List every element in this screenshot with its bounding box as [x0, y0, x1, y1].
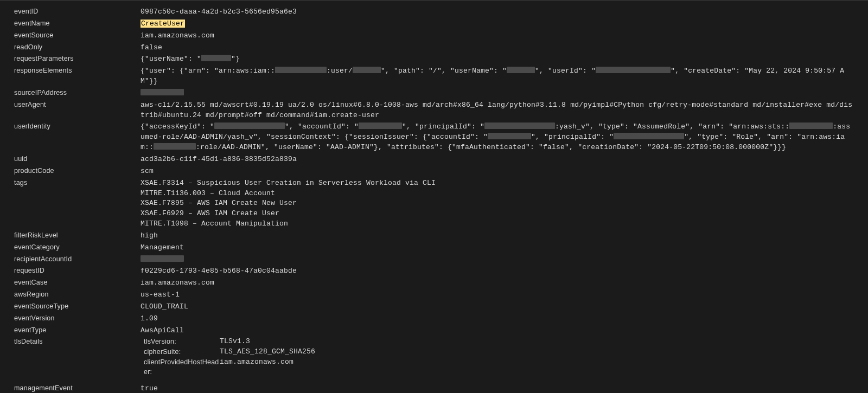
value-tls-details[interactable]: tlsVersion:TLSv1.3cipherSuite:TLS_AES_12… [141, 337, 854, 377]
value-event-id[interactable]: 0987c50c-daaa-4a2d-b2c3-5656ed95a6e3 [141, 7, 854, 17]
label-uuid: uuid [14, 154, 141, 164]
text-segment: {"userName": " [141, 55, 201, 63]
value-request-parameters[interactable]: {"userName": " "} [141, 54, 854, 65]
redacted-segment [353, 67, 381, 73]
field-filter-risk-level: filterRiskLevel high [0, 230, 868, 242]
field-management-event: managementEvent true [0, 383, 868, 393]
redacted-segment [507, 67, 535, 73]
redacted-segment [484, 123, 555, 129]
field-read-only: readOnly false [0, 42, 868, 54]
text-segment: :yash_v", "type": "AssumedRole", "arn": … [555, 123, 789, 131]
redacted-segment [214, 123, 285, 129]
field-request-parameters: requestParameters {"userName": " "} [0, 53, 868, 65]
label-event-id: eventID [14, 7, 141, 16]
redacted-segment [789, 123, 833, 129]
label-read-only: readOnly [14, 42, 141, 52]
value-tags[interactable]: XSAE.F3314 – Suspicious User Creation in… [141, 178, 854, 229]
field-aws-region: awsRegion us-east-1 [0, 289, 868, 301]
value-read-only[interactable]: false [141, 43, 854, 53]
text-segment: ", "path": "/", "userName": " [381, 67, 507, 75]
label-management-event: managementEvent [14, 383, 141, 393]
value-event-case[interactable]: iam.amazonaws.com [141, 278, 854, 288]
label-event-name: eventName [14, 18, 141, 28]
value-event-type[interactable]: AwsApiCall [141, 326, 854, 336]
field-event-type: eventType AwsApiCall [0, 325, 868, 337]
label-event-version: eventVersion [14, 313, 141, 323]
tag-line: MITRE.T1098 – Account Manipulation [141, 219, 854, 229]
value-aws-region[interactable]: us-east-1 [141, 290, 854, 300]
tls-nested-row: cipherSuite:TLS_AES_128_GCM_SHA256 [144, 347, 854, 357]
tag-line: MITRE.T1136.003 – Cloud Account [141, 189, 854, 199]
field-tls-details: tlsDetails tlsVersion:TLSv1.3cipherSuite… [0, 336, 868, 377]
tls-nested-key: cipherSuite: [144, 347, 220, 357]
tag-line: XSAE.F7895 – AWS IAM Create New User [141, 198, 854, 209]
label-aws-region: awsRegion [14, 289, 141, 299]
label-source-ip-address: sourceIPAddress [14, 88, 141, 98]
redacted-segment [154, 143, 196, 150]
tls-nested-key: clientProvidedHostHeader: [144, 357, 220, 377]
field-event-version: eventVersion 1.09 [0, 313, 868, 325]
label-response-elements: responseElements [14, 66, 141, 75]
tls-nested-key: tlsVersion: [144, 337, 220, 347]
value-user-agent[interactable]: aws-cli/2.15.55 md/awscrt#0.19.19 ua/2.0… [141, 100, 854, 121]
value-filter-risk-level[interactable]: high [141, 231, 854, 241]
value-recipient-account-id[interactable] [141, 255, 854, 265]
label-tags: tags [14, 178, 141, 188]
field-response-elements: responseElements {"user": {"arn": "arn:a… [0, 65, 868, 87]
redacted-segment [596, 67, 671, 73]
label-event-source-type: eventSourceType [14, 301, 141, 311]
value-uuid[interactable]: acd3a2b6-c11f-45d1-a836-3835d52a839a [141, 154, 854, 165]
label-event-type: eventType [14, 325, 141, 335]
text-segment: :role/AAD-ADMIN", "userName": "AAD-ADMIN… [196, 143, 786, 151]
value-event-name[interactable]: CreateUser [141, 19, 854, 29]
tls-nested-row: tlsVersion:TLSv1.3 [144, 337, 854, 347]
text-segment: ", "principalId": " [402, 123, 484, 131]
redacted-segment [201, 55, 231, 61]
value-response-elements[interactable]: {"user": {"arn": "arn:aws:iam:: :user/ "… [141, 66, 854, 87]
field-recipient-account-id: recipientAccountId [0, 254, 868, 266]
value-event-source[interactable]: iam.amazonaws.com [141, 31, 854, 41]
redacted-segment [359, 123, 402, 129]
text-segment: "} [231, 55, 240, 63]
value-user-identity[interactable]: {"accessKeyId": " ", "accountId": " ", "… [141, 122, 854, 153]
label-event-case: eventCase [14, 278, 141, 287]
redacted-segment [141, 255, 184, 262]
text-segment: ", "principalId": " [531, 133, 614, 141]
field-event-source: eventSource iam.amazonaws.com [0, 30, 868, 42]
text-segment: {"user": {"arn": "arn:aws:iam:: [141, 67, 275, 75]
redacted-segment [141, 89, 184, 95]
field-tags: tags XSAE.F3314 – Suspicious User Creati… [0, 177, 868, 230]
value-request-id[interactable]: f0229cd6-1793-4e85-b568-47a0c04aabde [141, 266, 854, 276]
text-segment: {"accessKeyId": " [141, 123, 214, 131]
label-tls-details: tlsDetails [14, 337, 141, 346]
label-request-id: requestID [14, 266, 141, 275]
field-event-name: eventName CreateUser [0, 18, 868, 30]
value-management-event[interactable]: true [141, 384, 854, 393]
redacted-segment [488, 133, 531, 139]
text-segment: ", "userId": " [535, 67, 596, 75]
label-event-category: eventCategory [14, 242, 141, 252]
tag-line: XSAE.F3314 – Suspicious User Creation in… [141, 178, 854, 189]
value-event-source-type[interactable]: CLOUD_TRAIL [141, 302, 854, 312]
value-event-version[interactable]: 1.09 [141, 314, 854, 324]
redacted-segment [275, 67, 327, 73]
field-event-id: eventID 0987c50c-daaa-4a2d-b2c3-5656ed95… [0, 6, 868, 18]
text-segment: :user/ [327, 67, 353, 75]
tls-nested-value: iam.amazonaws.com [220, 357, 854, 377]
value-product-code[interactable]: scm [141, 166, 854, 177]
value-source-ip-address[interactable] [141, 88, 854, 99]
label-request-parameters: requestParameters [14, 54, 141, 63]
field-user-identity: userIdentity {"accessKeyId": " ", "accou… [0, 121, 868, 153]
field-event-source-type: eventSourceType CLOUD_TRAIL [0, 301, 868, 313]
value-event-category[interactable]: Management [141, 243, 854, 253]
label-filter-risk-level: filterRiskLevel [14, 230, 141, 240]
field-request-id: requestID f0229cd6-1793-4e85-b568-47a0c0… [0, 265, 868, 277]
field-event-category: eventCategory Management [0, 242, 868, 254]
field-source-ip-address: sourceIPAddress [0, 87, 868, 99]
field-user-agent: userAgent aws-cli/2.15.55 md/awscrt#0.19… [0, 99, 868, 121]
highlighted-text: CreateUser [141, 20, 185, 28]
label-recipient-account-id: recipientAccountId [14, 254, 141, 264]
text-segment: ", "accountId": " [285, 123, 359, 131]
redacted-segment [614, 133, 684, 139]
label-product-code: productCode [14, 166, 141, 176]
